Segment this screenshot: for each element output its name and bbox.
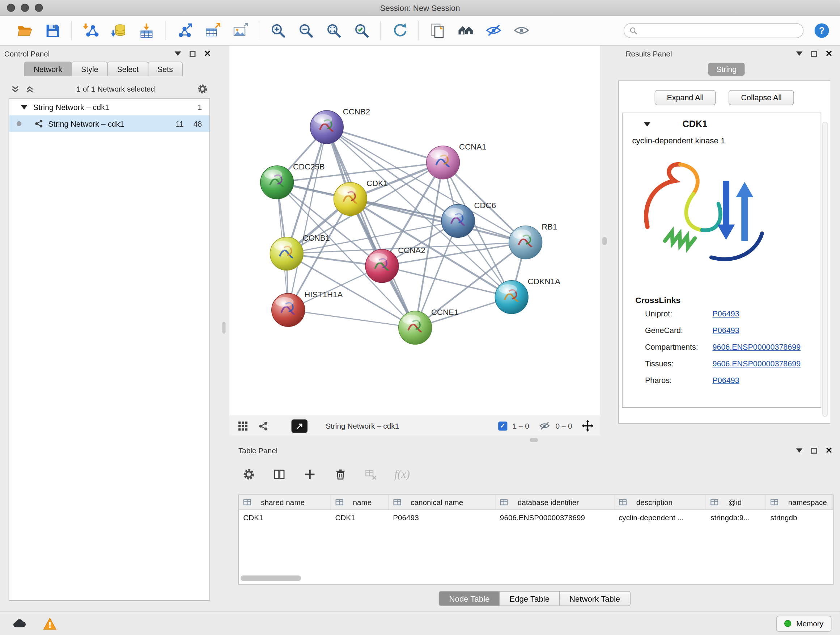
tab-style[interactable]: Style (71, 62, 108, 76)
horizontal-splitter-handle[interactable] (530, 438, 538, 442)
table-settings-button[interactable] (242, 467, 256, 481)
column-header-id[interactable]: @id (706, 495, 766, 509)
hide-graphics-details-button[interactable] (481, 18, 506, 43)
import-table-button[interactable] (134, 18, 158, 43)
network-node-cdkn1a[interactable] (495, 280, 528, 314)
table-horizontal-scrollbar[interactable] (240, 576, 301, 581)
table-cell[interactable]: cyclin-dependent ... (614, 510, 706, 525)
tab-node-table[interactable]: Node Table (439, 591, 500, 606)
delete-table-button[interactable] (364, 467, 378, 481)
float-panel-icon[interactable] (796, 448, 802, 453)
network-edge[interactable] (288, 127, 327, 310)
close-window-button[interactable] (7, 4, 15, 11)
network-node-ccna2[interactable] (365, 249, 399, 283)
search-input[interactable] (641, 27, 798, 35)
network-node-rb1[interactable] (509, 226, 542, 259)
close-panel-icon[interactable]: ✕ (204, 49, 211, 58)
maximize-panel-icon[interactable] (811, 448, 816, 453)
import-network-database-button[interactable] (106, 18, 131, 43)
create-column-button[interactable] (303, 467, 317, 481)
memory-button[interactable]: Memory (776, 616, 831, 631)
network-collection-row[interactable]: String Network – cdk1 1 (9, 99, 210, 116)
network-node-ccnb1[interactable] (270, 237, 303, 271)
selected-checkbox-icon[interactable]: ✓ (498, 421, 507, 431)
crosslink-link[interactable]: 9606.ENSP00000378699 (713, 342, 801, 351)
zoom-out-button[interactable] (294, 18, 318, 43)
apply-layout-button[interactable] (387, 18, 412, 43)
column-header-name[interactable]: name (331, 495, 389, 509)
zoom-selected-button[interactable] (349, 18, 374, 43)
export-network-button[interactable] (172, 18, 196, 43)
copy-document-button[interactable] (425, 18, 450, 43)
table-cell[interactable]: 9606.ENSP00000378699 (496, 510, 614, 525)
left-splitter-handle[interactable] (223, 322, 226, 334)
network-node-ccna1[interactable] (426, 146, 460, 179)
network-node-cdc6[interactable] (441, 204, 475, 238)
pan-crosshair-icon[interactable] (582, 420, 594, 432)
grid-view-button[interactable] (236, 419, 250, 433)
export-image-button[interactable] (227, 18, 252, 43)
column-header-description[interactable]: description (614, 495, 706, 509)
close-panel-icon[interactable]: ✕ (825, 447, 832, 455)
export-table-button[interactable] (200, 18, 224, 43)
column-header-namespace[interactable]: namespace (766, 495, 833, 509)
network-row[interactable]: String Network – cdk1 11 48 (9, 116, 210, 132)
help-button[interactable]: ? (812, 21, 831, 40)
crosslink-link[interactable]: P06493 (713, 326, 739, 334)
crosslink-link[interactable]: 9606.ENSP00000378699 (713, 359, 801, 368)
warnings-button[interactable] (40, 616, 60, 631)
table-cell[interactable]: CDK1 (239, 510, 331, 525)
minimize-window-button[interactable] (21, 4, 29, 11)
hidden-eye-icon[interactable] (539, 420, 550, 432)
save-session-button[interactable] (40, 18, 65, 43)
tab-select[interactable]: Select (107, 62, 148, 76)
tab-network[interactable]: Network (24, 62, 72, 76)
expand-all-icon[interactable] (25, 84, 34, 93)
network-node-cdk1[interactable] (334, 182, 367, 216)
birdseye-view-button[interactable] (256, 419, 270, 433)
network-edge[interactable] (327, 127, 443, 163)
table-row[interactable]: CDK1CDK1P064939606.ENSP00000378699cyclin… (239, 510, 833, 525)
table-cell[interactable]: stringdb (766, 510, 833, 525)
collection-expander-icon[interactable] (21, 105, 27, 109)
crosslink-link[interactable]: P06493 (713, 309, 739, 318)
table-cell[interactable]: stringdb:9... (706, 510, 766, 525)
network-edge[interactable] (288, 310, 415, 328)
show-columns-button[interactable] (272, 467, 286, 481)
float-panel-icon[interactable] (174, 51, 181, 56)
results-scrollbar[interactable] (822, 122, 828, 417)
tab-string[interactable]: String (708, 63, 745, 76)
crosslink-link[interactable]: P06493 (713, 376, 739, 385)
collapse-all-icon[interactable] (11, 84, 20, 93)
open-session-button[interactable] (12, 18, 37, 43)
collapse-all-button[interactable]: Collapse All (729, 90, 794, 105)
network-node-ccnb2[interactable] (310, 111, 343, 144)
gallery-button[interactable] (453, 18, 478, 43)
table-cell[interactable]: CDK1 (331, 510, 389, 525)
expand-all-button[interactable]: Expand All (654, 90, 716, 105)
column-header-canonical-name[interactable]: canonical name (388, 495, 496, 509)
close-panel-icon[interactable]: ✕ (825, 49, 832, 58)
network-node-cdc25b[interactable] (261, 166, 294, 199)
network-canvas[interactable]: CCNB2CCNA1CDC25BCDK1CDC6RB1CCNB1CCNA2CDK… (229, 46, 600, 416)
show-graphics-details-button[interactable] (509, 18, 534, 43)
right-splitter-handle[interactable] (602, 237, 607, 245)
network-node-ccne1[interactable] (399, 311, 432, 344)
detach-view-button[interactable] (292, 419, 308, 432)
function-builder-button[interactable]: f(x) (394, 467, 410, 481)
maximize-panel-icon[interactable] (189, 51, 195, 57)
network-node-hist1h1a[interactable] (272, 293, 305, 326)
zoom-fit-button[interactable] (322, 18, 346, 43)
global-search[interactable] (624, 23, 804, 38)
zoom-in-button[interactable] (266, 18, 291, 43)
cloud-status-button[interactable] (9, 616, 29, 631)
delete-column-button[interactable] (333, 467, 347, 481)
entry-expander-icon[interactable] (644, 122, 651, 127)
tab-network-table[interactable]: Network Table (559, 591, 630, 606)
network-edge[interactable] (350, 199, 525, 242)
gear-icon[interactable] (197, 84, 208, 95)
network-graph[interactable]: CCNB2CCNA1CDC25BCDK1CDC6RB1CCNB1CCNA2CDK… (229, 46, 600, 416)
tab-edge-table[interactable]: Edge Table (499, 591, 560, 606)
column-header-shared-name[interactable]: shared name (239, 495, 331, 509)
import-network-file-button[interactable] (78, 18, 103, 43)
